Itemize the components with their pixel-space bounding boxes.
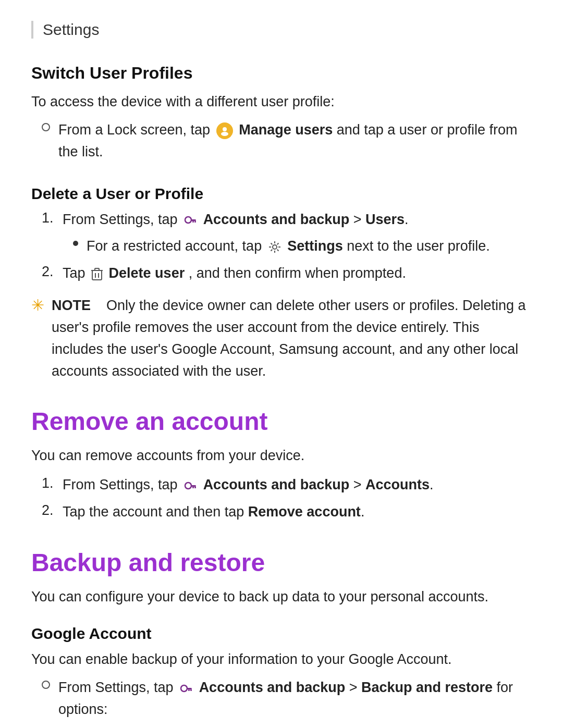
google-bullet-text: From Settings, tap Accounts and backup >… xyxy=(58,677,532,721)
circle-bullet-google xyxy=(42,681,50,689)
google-bullet-before: From Settings, tap xyxy=(58,680,174,695)
google-account-bullet: From Settings, tap Accounts and backup >… xyxy=(42,677,532,726)
step-2-content: Tap Delete user , and then confirm when … xyxy=(63,263,406,285)
remove-account-heading: Remove an account xyxy=(31,407,532,436)
step1-bold2: Users xyxy=(365,212,405,227)
sub-bullet-list: For a restricted account, tap xyxy=(73,236,532,257)
remove-step-1-num: 1. xyxy=(42,474,63,491)
note-label: NOTE xyxy=(52,298,91,313)
step-2-num: 2. xyxy=(42,263,63,280)
users-svg xyxy=(219,125,230,137)
svg-rect-21 xyxy=(191,485,196,487)
delete-user-section: Delete a User or Profile 1. From Setting… xyxy=(31,185,532,382)
remove-step-2-num: 2. xyxy=(42,501,63,519)
svg-line-11 xyxy=(271,243,272,245)
remove-step-1: 1. From Settings, tap Accounts and backu… xyxy=(42,474,532,496)
note-space xyxy=(95,298,103,313)
delete-step-2: 2. Tap Delete user , and then confirm wh… xyxy=(42,263,532,285)
switch-user-profiles-heading: Switch User Profiles xyxy=(31,64,532,83)
google-bullet-sep: > xyxy=(345,680,361,695)
key-icon-step1 xyxy=(183,213,198,227)
step1-sep: > xyxy=(349,212,365,227)
svg-point-0 xyxy=(223,127,227,131)
backup-restore-heading: Backup and restore xyxy=(31,548,532,577)
google-bullet-bold2: Backup and restore xyxy=(361,680,493,695)
svg-rect-26 xyxy=(190,689,192,691)
step-1-num: 1. xyxy=(42,209,63,226)
remove-step2-bold: Remove account xyxy=(248,504,361,520)
svg-rect-3 xyxy=(191,219,196,221)
page: Settings Switch User Profiles To access … xyxy=(0,0,563,728)
note-text: NOTE Only the device owner can delete ot… xyxy=(52,295,532,382)
svg-line-12 xyxy=(277,250,278,251)
remove-account-list: 1. From Settings, tap Accounts and backu… xyxy=(42,474,532,523)
sub-bullet-rest: next to the user profile. xyxy=(347,238,490,254)
svg-point-1 xyxy=(221,132,228,136)
note-box: ✳ NOTE Only the device owner can delete … xyxy=(31,295,532,382)
remove-step1-before: From Settings, tap xyxy=(63,477,178,492)
step2-before: Tap xyxy=(63,265,85,281)
switch-user-bullet-before: From a Lock screen, tap xyxy=(58,122,210,138)
svg-rect-23 xyxy=(192,487,194,488)
manage-users-bold: Manage users xyxy=(239,122,333,138)
remove-account-intro: You can remove accounts from your device… xyxy=(31,445,532,467)
remove-account-section: Remove an account You can remove account… xyxy=(31,407,532,523)
google-bullet-bold1: Accounts and backup xyxy=(199,680,346,695)
page-header: Settings xyxy=(31,21,532,39)
step2-rest: , and then confirm when prompted. xyxy=(189,265,406,281)
remove-step1-bold2: Accounts xyxy=(365,477,430,492)
key-icon-google xyxy=(179,681,193,696)
google-account-sub-section: Google Account You can enable backup of … xyxy=(31,625,532,728)
sub-bullet-before: For a restricted account, tap xyxy=(87,238,262,254)
svg-point-20 xyxy=(185,483,191,489)
google-account-heading: Google Account xyxy=(31,625,532,643)
svg-rect-27 xyxy=(188,689,190,691)
svg-rect-5 xyxy=(192,221,194,223)
step1-before: From Settings, tap xyxy=(63,212,178,227)
svg-rect-17 xyxy=(95,268,99,270)
remove-step-2: 2. Tap the account and then tap Remove a… xyxy=(42,501,532,523)
delete-ordered-list: 1. From Settings, tap Accounts and backu… xyxy=(42,209,532,285)
switch-user-bullet-text: From a Lock screen, tap Manage users and… xyxy=(58,119,532,163)
svg-line-14 xyxy=(271,250,272,251)
step1-end: . xyxy=(405,212,409,227)
sub-bullet-content: For a restricted account, tap xyxy=(87,236,490,257)
manage-users-icon xyxy=(216,122,233,139)
step1-bold1: Accounts and backup xyxy=(203,212,350,227)
step-1-content: From Settings, tap Accounts and backup >… xyxy=(63,209,409,231)
trash-icon xyxy=(91,267,103,281)
remove-step1-sep: > xyxy=(349,477,365,492)
gear-icon xyxy=(267,240,282,254)
svg-rect-25 xyxy=(187,688,192,689)
switch-user-profiles-section: Switch User Profiles To access the devic… xyxy=(31,64,532,168)
svg-rect-15 xyxy=(92,270,102,280)
svg-rect-22 xyxy=(194,487,196,488)
note-sun-icon: ✳ xyxy=(31,296,44,314)
remove-step1-bold1: Accounts and backup xyxy=(203,477,350,492)
svg-line-13 xyxy=(277,243,278,245)
svg-rect-4 xyxy=(194,221,196,223)
delete-user-heading: Delete a User or Profile xyxy=(31,185,532,203)
svg-point-2 xyxy=(185,217,191,223)
backup-restore-section: Backup and restore You can configure you… xyxy=(31,548,532,728)
key-icon-remove xyxy=(183,478,198,493)
remove-step-1-content: From Settings, tap Accounts and backup >… xyxy=(63,474,434,496)
google-account-intro: You can enable backup of your informatio… xyxy=(31,649,532,671)
note-body: Only the device owner can delete other u… xyxy=(52,298,526,379)
switch-user-profiles-intro: To access the device with a different us… xyxy=(31,91,532,113)
svg-point-24 xyxy=(181,685,187,692)
svg-point-6 xyxy=(273,245,277,249)
delete-step-1: 1. From Settings, tap Accounts and backu… xyxy=(42,209,532,231)
remove-step2-before: Tap the account and then tap xyxy=(63,504,244,520)
step2-bold: Delete user xyxy=(109,265,185,281)
switch-user-bullet: From a Lock screen, tap Manage users and… xyxy=(42,119,532,168)
sub-bullet-bold: Settings xyxy=(287,238,343,254)
backup-restore-intro: You can configure your device to back up… xyxy=(31,586,532,608)
circle-bullet-icon xyxy=(42,123,50,131)
remove-step-2-content: Tap the account and then tap Remove acco… xyxy=(63,501,364,523)
sub-bullet-item-1: For a restricted account, tap xyxy=(73,236,532,257)
header-label: Settings xyxy=(43,21,99,38)
remove-step2-end: . xyxy=(361,504,365,520)
remove-step1-end: . xyxy=(430,477,434,492)
sub-bullet-dot xyxy=(73,241,78,246)
